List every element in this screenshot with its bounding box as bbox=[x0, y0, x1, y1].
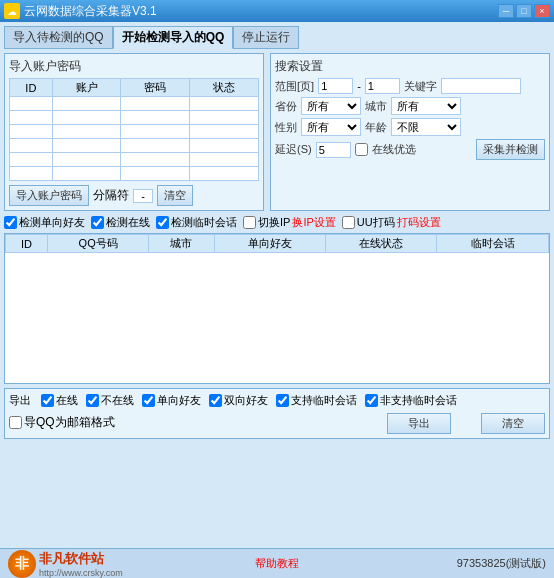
province-city-row: 省份 所有 城市 所有 bbox=[275, 97, 545, 115]
gender-age-row: 性别 所有 年龄 不限 bbox=[275, 118, 545, 136]
export-bottom-row: 导QQ为邮箱格式 导出 清空 bbox=[9, 411, 545, 434]
title-bar: ☁ 云网数据综合采集器V3.1 ─ □ × bbox=[0, 0, 554, 22]
export-nosupport-temp-item: 非支持临时会话 bbox=[365, 393, 457, 408]
table-row bbox=[10, 125, 259, 139]
export-action-buttons: 导出 清空 bbox=[387, 413, 545, 434]
keyword-label: 关键字 bbox=[404, 79, 437, 94]
single-friend-check-item: 检测单向好友 bbox=[4, 215, 85, 230]
table-row bbox=[10, 139, 259, 153]
uu-code-link[interactable]: 打码设置 bbox=[397, 215, 441, 230]
result-col-id: ID bbox=[6, 235, 48, 253]
delay-collect-row: 延迟(S) 在线优选 采集并检测 bbox=[275, 139, 545, 160]
city-label: 城市 bbox=[365, 99, 387, 114]
app-title: 云网数据综合采集器V3.1 bbox=[24, 3, 157, 20]
table-row bbox=[10, 111, 259, 125]
table-row bbox=[10, 167, 259, 181]
account-table: ID 账户 密码 状态 bbox=[9, 78, 259, 181]
keyword-input[interactable] bbox=[441, 78, 521, 94]
nonefan-logo: 非 非凡软件站 http://www.crsky.com bbox=[8, 550, 123, 578]
export-section: 导出 在线 不在线 单向好友 双向好友 支持临时会话 bbox=[4, 388, 550, 439]
temp-chat-check-item: 检测临时会话 bbox=[156, 215, 237, 230]
age-select[interactable]: 不限 bbox=[391, 118, 461, 136]
separator-label: 分隔符 bbox=[93, 187, 129, 204]
export-button[interactable]: 导出 bbox=[387, 413, 451, 434]
online-label: 检测在线 bbox=[106, 215, 150, 230]
export-single-item: 单向好友 bbox=[142, 393, 201, 408]
gender-select[interactable]: 所有 bbox=[301, 118, 361, 136]
import-account-button[interactable]: 导入账户密码 bbox=[9, 185, 89, 206]
export-both-label: 双向好友 bbox=[224, 393, 268, 408]
footer: 非 非凡软件站 http://www.crsky.com 帮助教程 973538… bbox=[0, 548, 554, 578]
logo-text-block: 非凡软件站 http://www.crsky.com bbox=[39, 550, 123, 578]
search-section: 搜索设置 范围[页] - 关键字 省份 所有 城市 所有 bbox=[270, 53, 550, 211]
footer-inner: 非 非凡软件站 http://www.crsky.com 帮助教程 973538… bbox=[8, 550, 546, 578]
export-offline-item: 不在线 bbox=[86, 393, 134, 408]
close-button[interactable]: × bbox=[534, 4, 550, 18]
export-both-checkbox[interactable] bbox=[209, 394, 222, 407]
table-row bbox=[10, 153, 259, 167]
help-link[interactable]: 帮助教程 bbox=[255, 556, 299, 571]
export-support-temp-item: 支持临时会话 bbox=[276, 393, 357, 408]
tab-stop-run[interactable]: 停止运行 bbox=[233, 26, 299, 49]
online-prefer-label: 在线优选 bbox=[372, 142, 416, 157]
minimize-button[interactable]: ─ bbox=[498, 4, 514, 18]
window-controls: ─ □ × bbox=[498, 4, 550, 18]
single-friend-checkbox[interactable] bbox=[4, 216, 17, 229]
export-nosupport-temp-checkbox[interactable] bbox=[365, 394, 378, 407]
account-section: 导入账户密码 ID 账户 密码 状态 bbox=[4, 53, 264, 211]
tab-import-qq[interactable]: 导入待检测的QQ bbox=[4, 26, 113, 49]
switch-ip-checkbox[interactable] bbox=[243, 216, 256, 229]
switch-ip-label: 切换IP bbox=[258, 215, 290, 230]
main-content: 导入待检测的QQ 开始检测导入的QQ 停止运行 导入账户密码 ID 账户 密码 … bbox=[0, 22, 554, 548]
logo-text-cn: 非凡软件站 bbox=[39, 550, 123, 568]
email-format-checkbox[interactable] bbox=[9, 416, 22, 429]
clear-result-button[interactable]: 清空 bbox=[481, 413, 545, 434]
export-label: 导出 bbox=[9, 393, 31, 408]
export-online-label: 在线 bbox=[56, 393, 78, 408]
tab-start-detect[interactable]: 开始检测导入的QQ bbox=[113, 26, 234, 49]
uu-code-check-item: UU打码 打码设置 bbox=[342, 215, 441, 230]
delay-input[interactable] bbox=[316, 142, 351, 158]
single-friend-label: 检测单向好友 bbox=[19, 215, 85, 230]
maximize-button[interactable]: □ bbox=[516, 4, 532, 18]
export-options-row: 导出 在线 不在线 单向好友 双向好友 支持临时会话 bbox=[9, 393, 545, 408]
export-online-item: 在线 bbox=[41, 393, 78, 408]
online-check-item: 检测在线 bbox=[91, 215, 150, 230]
export-online-checkbox[interactable] bbox=[41, 394, 54, 407]
gender-label: 性别 bbox=[275, 120, 297, 135]
export-support-temp-label: 支持临时会话 bbox=[291, 393, 357, 408]
result-col-online: 在线状态 bbox=[325, 235, 436, 253]
switch-ip-link[interactable]: 换IP设置 bbox=[292, 215, 335, 230]
col-account: 账户 bbox=[52, 79, 121, 97]
online-checkbox[interactable] bbox=[91, 216, 104, 229]
export-single-label: 单向好友 bbox=[157, 393, 201, 408]
version-label: 97353825(测试版) bbox=[457, 556, 546, 571]
export-single-checkbox[interactable] bbox=[142, 394, 155, 407]
uu-code-label: UU打码 bbox=[357, 215, 395, 230]
export-offline-checkbox[interactable] bbox=[86, 394, 99, 407]
export-both-item: 双向好友 bbox=[209, 393, 268, 408]
app-icon: ☁ bbox=[4, 3, 20, 19]
col-id: ID bbox=[10, 79, 53, 97]
separator-input[interactable] bbox=[133, 189, 153, 203]
detect-options-row: 检测单向好友 检测在线 检测临时会话 切换IP 换IP设置 UU打码 打码设置 bbox=[4, 215, 550, 230]
clear-account-button[interactable]: 清空 bbox=[157, 185, 193, 206]
export-support-temp-checkbox[interactable] bbox=[276, 394, 289, 407]
search-section-label: 搜索设置 bbox=[275, 58, 545, 75]
collect-detect-button[interactable]: 采集并检测 bbox=[476, 139, 545, 160]
result-col-single: 单向好友 bbox=[214, 235, 325, 253]
range-to-input[interactable] bbox=[365, 78, 400, 94]
range-keyword-row: 范围[页] - 关键字 bbox=[275, 78, 545, 94]
online-prefer-checkbox[interactable] bbox=[355, 143, 368, 156]
export-nosupport-temp-label: 非支持临时会话 bbox=[380, 393, 457, 408]
account-table-body bbox=[10, 97, 259, 181]
delay-label: 延迟(S) bbox=[275, 142, 312, 157]
uu-code-checkbox[interactable] bbox=[342, 216, 355, 229]
city-select[interactable]: 所有 bbox=[391, 97, 461, 115]
temp-chat-checkbox[interactable] bbox=[156, 216, 169, 229]
range-from-input[interactable] bbox=[318, 78, 353, 94]
result-section: ID QQ号码 城市 单向好友 在线状态 临时会话 bbox=[4, 233, 550, 384]
province-select[interactable]: 所有 bbox=[301, 97, 361, 115]
col-status: 状态 bbox=[190, 79, 259, 97]
logo-text-en: http://www.crsky.com bbox=[39, 568, 123, 578]
